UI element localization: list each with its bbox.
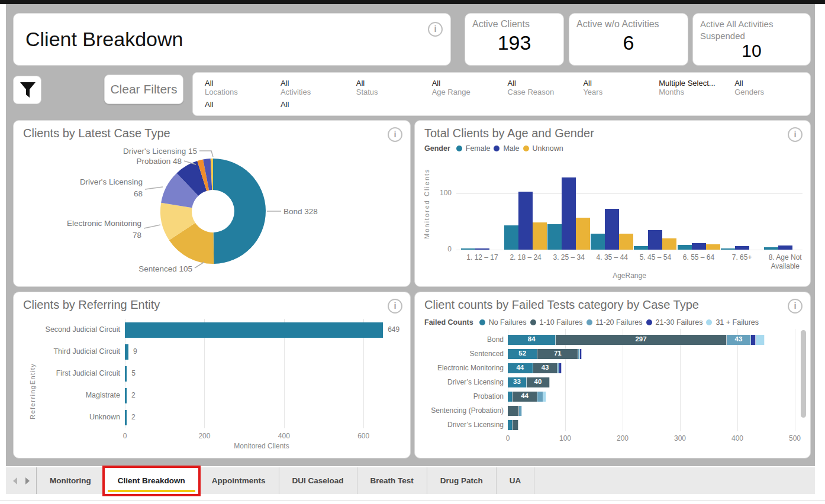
- bar-segment-31-failures[interactable]: [543, 392, 546, 402]
- bar-unknown[interactable]: [576, 218, 590, 250]
- x-category-label: 6. 55 – 64: [674, 253, 724, 262]
- bar-unknown[interactable]: [706, 244, 720, 250]
- gridline: [795, 329, 795, 431]
- bar-segment-21-30-failures[interactable]: [751, 335, 756, 345]
- bar-male[interactable]: [735, 246, 749, 250]
- filter-item-case-reason[interactable]: AllCase Reason: [508, 79, 584, 115]
- filter-item-status[interactable]: AllStatus: [356, 79, 432, 115]
- bar-female[interactable]: [591, 234, 605, 250]
- bar-segment-no-failures[interactable]: 44: [508, 363, 533, 373]
- y-category-label: Driver’s Licensing: [421, 418, 504, 432]
- bar-segment-21-30-failures[interactable]: [559, 363, 562, 373]
- filter-item-years[interactable]: AllYears: [583, 79, 659, 115]
- filter-item-genders[interactable]: AllGenders: [734, 79, 810, 115]
- filter-value: Multiple Select...: [659, 79, 734, 88]
- bar-male[interactable]: [605, 209, 619, 250]
- bar-male[interactable]: [518, 192, 533, 250]
- bar-female[interactable]: [547, 224, 562, 250]
- x-tick-label: 100: [550, 434, 580, 442]
- filter-item-locations[interactable]: AllLocationsAll: [205, 79, 281, 115]
- stacked-bar-driver-s-licensing: [508, 420, 518, 430]
- bar-female[interactable]: [721, 248, 735, 250]
- donut-slice-bond[interactable]: [213, 159, 266, 264]
- filter-value: All: [734, 79, 810, 88]
- bar-female[interactable]: [504, 225, 518, 250]
- bar-male[interactable]: [692, 243, 706, 250]
- filter-item-months[interactable]: Multiple Select...Months: [659, 79, 734, 115]
- tab-client-breakdown[interactable]: Client Breakdown: [105, 467, 199, 494]
- stacked-bar-sentenced: 5271: [508, 349, 582, 359]
- bar-segment-1-10-failures[interactable]: 71: [537, 349, 578, 359]
- segment-value-label: 40: [527, 378, 549, 385]
- segment-value-label: 43: [727, 335, 751, 343]
- stacked-bar-probation: 44: [508, 392, 546, 402]
- page-title: Client Breakdown: [25, 28, 183, 51]
- info-icon[interactable]: [428, 22, 443, 37]
- donut-data-label: Driver's Licensing 15: [123, 147, 197, 156]
- bar-female[interactable]: [461, 248, 475, 250]
- filter-value: All: [508, 79, 584, 88]
- filter-item-age-range[interactable]: AllAge Range: [432, 79, 508, 115]
- bar-group: [461, 167, 504, 250]
- bar-unknown[interactable]: [125, 410, 127, 425]
- y-tick-label: 100: [431, 189, 452, 197]
- x-axis-title: Monitored Clients: [125, 442, 398, 450]
- bar-second-judicial-circuit[interactable]: [125, 322, 383, 338]
- bar-female[interactable]: [678, 245, 692, 250]
- bar-segment-1-10-failures[interactable]: 44: [513, 392, 538, 402]
- tab-breath-test[interactable]: Breath Test: [357, 467, 427, 494]
- kpi-label: Active Clients: [465, 14, 563, 30]
- bar-group: [547, 167, 590, 250]
- bar-segment-1-10-failures[interactable]: 40: [527, 377, 550, 387]
- bar-male[interactable]: [778, 245, 792, 250]
- bar-segment-no-failures[interactable]: [508, 420, 513, 430]
- bar-male[interactable]: [562, 177, 576, 250]
- bar-segment-1-10-failures[interactable]: 43: [533, 363, 558, 373]
- stacked-bar-sentencing-probation-: [508, 406, 522, 416]
- bar-segment-11-20-failures[interactable]: [537, 392, 543, 402]
- donut-data-label: Bond 328: [283, 207, 318, 216]
- bar-segment-1-10-failures[interactable]: [513, 420, 519, 430]
- bar-value-label: 9: [133, 341, 137, 363]
- filter-value: All: [281, 79, 356, 88]
- previous-tabs-arrow-icon[interactable]: [13, 477, 17, 484]
- x-tick-label: 300: [665, 434, 695, 442]
- filter-secondary-value: All: [281, 100, 356, 109]
- donut-data-label: Sentenced 105: [138, 264, 192, 273]
- x-category-label: 7. 65+: [717, 253, 767, 262]
- age-gender-chart-panel: Total Clients by Age and Gender GenderFe…: [414, 120, 811, 287]
- bar-magistrate[interactable]: [125, 388, 127, 403]
- tab-dui-caseload[interactable]: DUI Caseload: [279, 467, 357, 494]
- filter-value: All: [205, 79, 281, 88]
- bar-first-judicial-circuit[interactable]: [125, 366, 127, 382]
- bar-segment-1-10-failures[interactable]: 297: [556, 335, 726, 345]
- y-category-label: Magistrate: [31, 385, 120, 406]
- filter-funnel-button[interactable]: [13, 76, 41, 104]
- bar-segment-no-failures[interactable]: 33: [508, 377, 527, 387]
- tab-drug-patch[interactable]: Drug Patch: [427, 467, 497, 494]
- bar-male[interactable]: [648, 230, 662, 250]
- filter-item-activities[interactable]: AllActivitiesAll: [281, 79, 356, 115]
- bar-female[interactable]: [634, 246, 648, 250]
- bar-segment-11-20-failures[interactable]: 43: [727, 335, 752, 345]
- tab-monitoring[interactable]: Monitoring: [37, 467, 105, 494]
- bar-segment-1-10-failures[interactable]: [508, 406, 519, 416]
- bar-segment-21-30-failures[interactable]: [580, 349, 582, 359]
- bar-unknown[interactable]: [619, 234, 633, 250]
- bar-segment-no-failures[interactable]: 52: [508, 349, 537, 359]
- clear-filters-button[interactable]: Clear Filters: [104, 75, 183, 104]
- bar-male[interactable]: [475, 248, 489, 250]
- next-tabs-arrow-icon[interactable]: [25, 477, 30, 484]
- bar-segment-11-20-failures[interactable]: [519, 406, 522, 416]
- tab-ua[interactable]: UA: [497, 467, 535, 494]
- chart-scrollbar[interactable]: [801, 330, 806, 418]
- bar-segment-31-failures[interactable]: [756, 335, 765, 345]
- bar-segment-no-failures[interactable]: 84: [508, 335, 556, 345]
- bar-unknown[interactable]: [662, 238, 676, 250]
- bar-female[interactable]: [764, 247, 778, 250]
- tab-appointments[interactable]: Appointments: [199, 467, 279, 494]
- bar-unknown[interactable]: [533, 222, 547, 250]
- bar-third-judicial-circuit[interactable]: [125, 344, 128, 360]
- failed-tests-plot: 0100200300400500Bond8429743Sentenced5271…: [415, 292, 811, 459]
- bar-segment-no-failures[interactable]: [508, 392, 513, 402]
